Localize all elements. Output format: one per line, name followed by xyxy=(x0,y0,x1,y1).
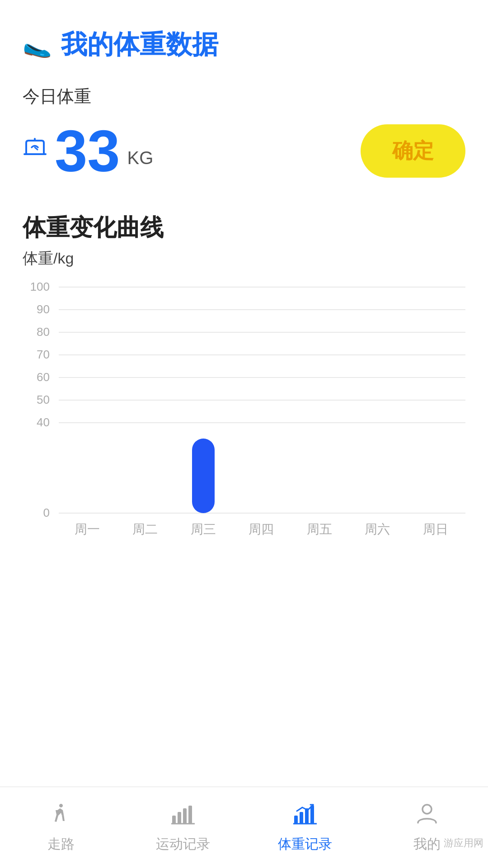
header-shoe-icon: 🥿 xyxy=(23,31,52,59)
weight-bar xyxy=(192,439,215,513)
weight-unit: KG xyxy=(127,148,154,168)
svg-rect-20 xyxy=(178,812,181,824)
scale-icon xyxy=(23,136,47,166)
page-title: 我的体重数据 xyxy=(61,27,218,62)
svg-rect-26 xyxy=(310,806,314,824)
today-label: 今日体重 xyxy=(23,85,465,108)
mine-icon xyxy=(415,802,439,831)
svg-rect-19 xyxy=(172,816,176,824)
nav-label-mine: 我的 xyxy=(413,835,441,854)
x-label-tue: 周二 xyxy=(132,522,158,536)
svg-rect-24 xyxy=(300,812,303,824)
nav-item-walk[interactable]: 走路 xyxy=(0,802,122,854)
svg-text:60: 60 xyxy=(37,370,50,384)
nav-label-walk: 走路 xyxy=(47,835,75,854)
x-label-sun: 周日 xyxy=(423,522,448,536)
svg-rect-23 xyxy=(294,816,298,824)
confirm-button[interactable]: 确定 xyxy=(361,124,465,178)
walk-icon xyxy=(49,802,73,831)
weight-row: 33 KG 确定 xyxy=(23,122,465,180)
nav-label-weight: 体重记录 xyxy=(278,835,332,854)
watermark: 游应用网 xyxy=(444,836,483,850)
svg-text:80: 80 xyxy=(37,325,50,339)
svg-text:100: 100 xyxy=(30,280,50,293)
x-label-sat: 周六 xyxy=(365,522,390,536)
today-weight-section: 今日体重 33 KG 确定 xyxy=(0,76,488,194)
svg-rect-21 xyxy=(183,808,187,824)
x-label-thu: 周四 xyxy=(249,522,274,536)
x-label-mon: 周一 xyxy=(75,522,100,536)
svg-point-27 xyxy=(422,805,432,814)
svg-text:70: 70 xyxy=(37,348,50,361)
chart-section: 体重变化曲线 体重/kg 100 90 80 70 60 50 xyxy=(0,194,488,560)
svg-text:0: 0 xyxy=(43,506,50,519)
chart-svg: 100 90 80 70 60 50 40 0 xyxy=(23,278,465,549)
x-label-wed: 周三 xyxy=(191,522,216,536)
nav-item-weight[interactable]: 体重记录 xyxy=(244,802,366,854)
svg-text:50: 50 xyxy=(37,393,50,406)
nav-label-exercise: 运动记录 xyxy=(156,835,210,854)
chart-title: 体重变化曲线 xyxy=(23,212,465,244)
nav-item-exercise[interactable]: 运动记录 xyxy=(122,802,244,854)
weight-record-icon xyxy=(292,802,318,831)
svg-text:40: 40 xyxy=(37,415,50,429)
page-header: 🥿 我的体重数据 xyxy=(0,0,488,76)
exercise-icon xyxy=(170,802,196,831)
bottom-nav: 走路 运动记录 体重记录 xyxy=(0,787,488,868)
weight-display: 33 KG xyxy=(23,122,153,180)
chart-container: 100 90 80 70 60 50 40 0 xyxy=(23,278,465,551)
svg-rect-22 xyxy=(188,806,192,824)
svg-line-2 xyxy=(35,147,38,150)
x-label-fri: 周五 xyxy=(307,522,332,536)
weight-value: 33 xyxy=(55,122,120,180)
chart-axis-label: 体重/kg xyxy=(23,248,465,269)
svg-text:90: 90 xyxy=(37,302,50,316)
